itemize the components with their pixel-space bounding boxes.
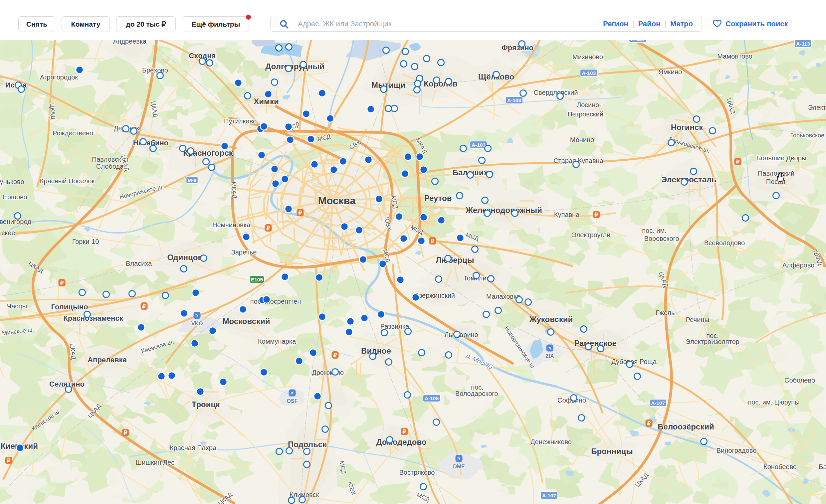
svg-text:Е105: Е105	[251, 277, 263, 282]
svg-text:Коммунарка: Коммунарка	[258, 338, 296, 345]
svg-text:Гжель: Гжель	[656, 309, 675, 316]
svg-text:пос. им.: пос. им.	[642, 227, 666, 234]
svg-text:ЦКАД: ЦКАД	[49, 103, 57, 119]
svg-text:Люберцы: Люберцы	[436, 255, 474, 264]
svg-text:Королёв: Королёв	[424, 79, 457, 88]
svg-text:Денежниково: Денежниково	[530, 438, 572, 445]
svg-text:ское: ское	[1, 229, 15, 237]
svg-text:Виноградово: Виноградово	[716, 447, 757, 454]
svg-text:Железнодорожный: Железнодорожный	[465, 206, 542, 214]
svg-text:Дзержинский: Дзержинский	[414, 292, 455, 299]
svg-text:Мытищи: Мытищи	[371, 80, 405, 89]
svg-text:₽: ₽	[124, 430, 127, 436]
svg-text:Востряково: Востряково	[399, 469, 435, 476]
svg-text:Химки: Химки	[253, 97, 279, 106]
svg-text:Домодедово: Домодедово	[376, 437, 426, 446]
svg-text:Брёхово: Брёхово	[142, 67, 168, 74]
svg-text:Видное: Видное	[361, 346, 391, 355]
svg-text:Раменское: Раменское	[574, 339, 617, 348]
svg-text:Володарского: Володарского	[455, 390, 498, 397]
svg-text:₽: ₽	[736, 159, 740, 165]
svg-text:Элект: Элект	[808, 104, 826, 111]
svg-text:₽: ₽	[267, 225, 270, 232]
svg-text:Фрязино: Фрязино	[501, 44, 533, 52]
svg-text:₽: ₽	[403, 429, 406, 435]
svg-text:Речицы: Речицы	[686, 316, 709, 323]
svg-text:OSF: OSF	[287, 398, 298, 404]
svg-text:Власиха: Власиха	[126, 260, 152, 267]
svg-text:А-103: А-103	[582, 70, 596, 76]
svg-text:Подольск: Подольск	[288, 440, 327, 449]
svg-text:Электроизолятор: Электроизолятор	[686, 338, 739, 345]
svg-text:₽: ₽	[298, 210, 302, 216]
svg-text:Рождествено: Рождествено	[53, 129, 93, 137]
svg-text:Часцы: Часцы	[7, 302, 27, 310]
svg-text:Москва: Москва	[318, 195, 356, 206]
svg-text:Лыткарино: Лыткарино	[444, 331, 478, 338]
svg-text:Петровский: Петровский	[568, 111, 603, 118]
svg-text:Мизиново: Мизиново	[573, 53, 603, 61]
svg-text:Звенигород: Звенигород	[0, 218, 31, 225]
svg-text:₽: ₽	[334, 352, 337, 359]
svg-text:Троицк: Троицк	[192, 400, 220, 409]
svg-text:Соболево: Соболево	[784, 377, 815, 384]
svg-text:Агрогородок: Агрогородок	[40, 73, 78, 81]
svg-text:Конобеево: Конобеево	[763, 463, 797, 470]
svg-text:А-113: А-113	[796, 41, 810, 47]
svg-text:Московский: Московский	[222, 317, 270, 326]
svg-text:Апрелевка: Апрелевка	[87, 356, 127, 364]
svg-text:Лосино-: Лосино-	[577, 101, 601, 109]
svg-text:Слобода: Слобода	[96, 163, 124, 170]
svg-text:Долгопрудный: Долгопрудный	[265, 62, 324, 71]
svg-text:Белоозёрский: Белоозёрский	[658, 422, 714, 431]
svg-text:Воровского: Воровского	[644, 235, 679, 242]
svg-text:Краснознаменск: Краснознаменск	[63, 314, 123, 322]
svg-text:DME: DME	[453, 464, 465, 469]
svg-text:Красная Пахра: Красная Пахра	[170, 444, 217, 451]
svg-text:Немчиновка: Немчиновка	[212, 221, 251, 229]
svg-text:Дубовая Роща: Дубовая Роща	[611, 358, 657, 365]
svg-text:Заречье: Заречье	[231, 249, 257, 256]
svg-text:Ямкино: Ямкино	[659, 68, 682, 75]
svg-text:А-103: А-103	[472, 142, 486, 148]
svg-text:Павловский: Павловский	[758, 170, 794, 177]
svg-text:VKO: VKO	[191, 321, 203, 326]
svg-text:Всеволодово: Всеволодово	[704, 239, 745, 247]
svg-text:Горки-10: Горки-10	[72, 238, 99, 245]
svg-text:Бар: Бар	[819, 463, 826, 470]
svg-text:₽: ₽	[60, 280, 64, 287]
svg-text:М-9: М-9	[188, 177, 197, 183]
svg-text:₽: ₽	[142, 303, 146, 310]
svg-text:Горьковское ш.: Горьковское ш.	[790, 132, 826, 139]
svg-text:₽: ₽	[431, 238, 435, 245]
svg-text:пос. Мосрентген: пос. Мосрентген	[250, 298, 301, 305]
svg-text:Бронницы: Бронницы	[591, 447, 633, 456]
svg-text:Развилка: Развилка	[380, 323, 409, 330]
svg-text:Реутов: Реутов	[424, 194, 452, 203]
svg-text:Шишкин Лес: Шишкин Лес	[136, 459, 174, 466]
svg-text:Электроугли: Электроугли	[572, 231, 610, 239]
svg-text:А-107: А-107	[651, 400, 665, 406]
svg-text:₽: ₽	[7, 458, 11, 464]
svg-text:Жуковский: Жуковский	[529, 315, 573, 324]
svg-text:Голицыно: Голицыно	[51, 303, 88, 311]
svg-text:Ногинск: Ногинск	[671, 123, 704, 132]
svg-text:ZIA: ZIA	[545, 353, 554, 359]
svg-text:Монино: Монино	[570, 136, 594, 143]
svg-text:А-107: А-107	[542, 493, 556, 498]
svg-text:А-105: А-105	[425, 395, 439, 401]
svg-text:Купавна: Купавна	[554, 211, 580, 218]
svg-text:МКАД: МКАД	[230, 182, 238, 199]
svg-text:Путилково: Путилково	[224, 117, 256, 125]
svg-text:А-103: А-103	[507, 98, 522, 103]
svg-text:Красный Посёлок: Красный Посёлок	[40, 177, 95, 185]
svg-text:Свердловский: Свердловский	[534, 89, 578, 96]
svg-text:₽: ₽	[647, 421, 651, 427]
svg-text:Алфёрово: Алфёрово	[782, 261, 814, 269]
svg-text:уньково: уньково	[0, 178, 24, 185]
svg-text:Большие Дворы: Большие Дворы	[757, 154, 806, 162]
svg-text:Электросталь: Электросталь	[661, 175, 716, 184]
svg-text:Мамонтово: Мамонтово	[717, 53, 753, 60]
svg-text:Дрожжино: Дрожжино	[312, 369, 344, 376]
svg-text:₽: ₽	[595, 212, 598, 218]
